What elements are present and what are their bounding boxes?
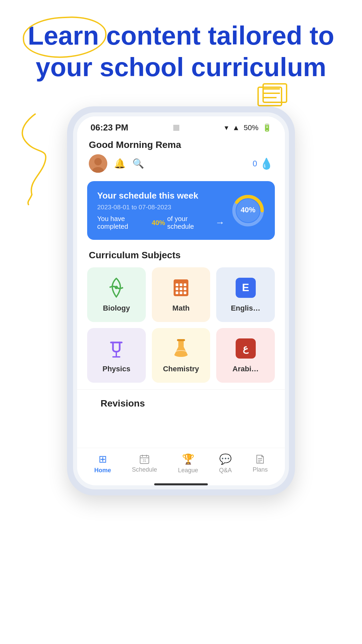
header-right: 0 💧 [253, 157, 273, 170]
header-controls: 🔔 🔍 0 💧 [89, 154, 273, 173]
nav-item-plans[interactable]: Plans [253, 454, 268, 473]
plans-icon [255, 454, 265, 464]
svg-point-12 [115, 286, 118, 289]
svg-rect-17 [176, 287, 178, 290]
home-label: Home [94, 467, 111, 474]
svg-text:31: 31 [143, 459, 147, 463]
status-icons: ▾ ▲ 50% 🔋 [225, 123, 272, 132]
schedule-title: Your schedule this week [97, 191, 225, 201]
subject-card-physics[interactable]: Physics [87, 328, 146, 383]
revisions-title: Revisions [89, 395, 273, 416]
home-indicator [154, 483, 208, 485]
highlighted-word: Learn [28, 20, 99, 52]
greeting-text: Good Morning Rema [89, 140, 273, 150]
svg-text:40%: 40% [241, 206, 255, 214]
camera-dot [173, 125, 179, 131]
progress-circle: 40% [231, 194, 265, 227]
subject-card-biology[interactable]: Biology [87, 267, 146, 322]
svg-rect-19 [184, 287, 186, 290]
hero-section: Learn content tailored to your school cu… [0, 0, 362, 96]
subject-card-arabic[interactable]: ع Arabi… [216, 328, 275, 383]
phone-screen: 06:23 PM ▾ ▲ 50% 🔋 Good Morning Rema [77, 116, 285, 485]
phone-mockup: 06:23 PM ▾ ▲ 50% 🔋 Good Morning Rema [0, 106, 362, 495]
schedule-icon: 31 [139, 454, 149, 464]
physics-label: Physics [103, 365, 130, 373]
biology-icon [106, 277, 127, 299]
phone-inner: 06:23 PM ▾ ▲ 50% 🔋 Good Morning Rema [73, 112, 289, 489]
hero-title: Learn content tailored to your school cu… [20, 20, 342, 83]
schedule-progress-text: You have completed 40% of your schedule … [97, 215, 225, 230]
svg-rect-15 [180, 283, 182, 286]
math-icon [170, 277, 192, 299]
svg-rect-21 [180, 291, 182, 294]
arabic-box: ع [236, 338, 256, 359]
user-avatar[interactable] [89, 154, 107, 173]
home-icon: ⊞ [99, 453, 107, 465]
qa-icon: 💬 [219, 453, 232, 465]
battery-icon: 🔋 [262, 123, 272, 132]
streak-count: 0 [253, 159, 257, 168]
revisions-section: Revisions [77, 389, 285, 419]
schedule-label: Schedule [132, 466, 157, 473]
qa-label: Q&A [219, 467, 232, 474]
plans-label: Plans [253, 466, 268, 473]
svg-rect-18 [180, 287, 182, 290]
bottom-nav: ⊞ Home 31 Schedule [77, 448, 285, 481]
subject-card-chemistry[interactable]: Chemistry [152, 328, 210, 383]
english-box: E [236, 278, 256, 298]
notification-icon[interactable]: 🔔 [114, 158, 126, 169]
schedule-pct: 40% [152, 219, 165, 227]
chemistry-label: Chemistry [163, 365, 199, 373]
app-header: Good Morning Rema 🔔 🔍 [77, 136, 285, 178]
svg-rect-16 [184, 283, 186, 286]
wifi-icon: ▾ [225, 123, 228, 132]
svg-rect-25 [177, 339, 185, 341]
english-icon: E [235, 277, 256, 299]
league-icon: 🏆 [182, 453, 194, 465]
svg-rect-20 [176, 291, 178, 294]
svg-point-6 [95, 158, 102, 165]
nav-item-qa[interactable]: 💬 Q&A [219, 453, 232, 474]
phone-outer: 06:23 PM ▾ ▲ 50% 🔋 Good Morning Rema [67, 106, 295, 495]
svg-rect-14 [176, 283, 178, 286]
battery-text: 50% [244, 123, 258, 132]
header-left: 🔔 🔍 [89, 154, 144, 173]
arabic-label: Arabi… [233, 365, 259, 373]
schedule-dates: 2023-08-01 to 07-08-2023 [97, 204, 225, 211]
physics-icon [106, 337, 127, 359]
chemistry-icon [170, 337, 192, 359]
arabic-icon: ع [235, 337, 256, 359]
nav-item-home[interactable]: ⊞ Home [94, 453, 111, 474]
curriculum-section-title: Curriculum Subjects [77, 247, 285, 267]
flame-icon: 💧 [260, 157, 273, 170]
league-label: League [178, 467, 198, 474]
search-icon[interactable]: 🔍 [132, 158, 144, 169]
schedule-card[interactable]: Your schedule this week 2023-08-01 to 07… [87, 181, 275, 240]
status-time: 06:23 PM [90, 122, 128, 133]
nav-item-league[interactable]: 🏆 League [178, 453, 198, 474]
scroll-content: Curriculum Subjects Biolog [77, 247, 285, 448]
english-label: Englis… [231, 304, 260, 313]
schedule-info: Your schedule this week 2023-08-01 to 07… [97, 191, 225, 230]
status-bar: 06:23 PM ▾ ▲ 50% 🔋 [77, 116, 285, 136]
svg-rect-22 [184, 291, 186, 294]
math-label: Math [172, 304, 189, 313]
signal-icon: ▲ [232, 123, 240, 132]
subjects-grid: Biology [77, 267, 285, 389]
nav-item-schedule[interactable]: 31 Schedule [132, 454, 157, 473]
biology-label: Biology [103, 304, 130, 313]
subject-card-math[interactable]: Math [152, 267, 210, 322]
subject-card-english[interactable]: E Englis… [216, 267, 275, 322]
schedule-arrow[interactable]: → [215, 217, 225, 228]
